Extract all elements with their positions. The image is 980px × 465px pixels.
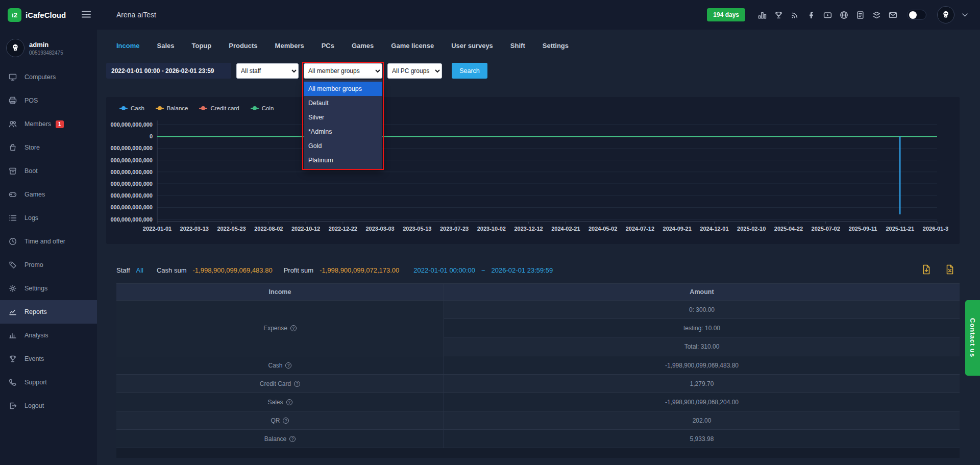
menu-toggle-icon[interactable] bbox=[82, 10, 91, 18]
sidebar-item-games[interactable]: Games bbox=[0, 183, 97, 206]
member-group-option-gold[interactable]: Gold bbox=[304, 139, 382, 153]
sidebar-item-logout[interactable]: Logout bbox=[0, 394, 97, 418]
member-group-option-platinum[interactable]: Platinum bbox=[304, 153, 382, 167]
expense-amount-row: testing: 10.00 bbox=[444, 319, 960, 337]
tab-games[interactable]: Games bbox=[352, 42, 374, 50]
user-name: admin bbox=[29, 41, 63, 48]
filter-bar: All staff All member groups All member g… bbox=[106, 63, 960, 79]
tab-settings[interactable]: Settings bbox=[543, 42, 569, 50]
svg-text:000,000,000,000: 000,000,000,000 bbox=[110, 181, 153, 187]
chevron-down-icon[interactable] bbox=[962, 13, 968, 17]
sidebar-user[interactable]: admin 005193482475 bbox=[0, 35, 97, 65]
tab-pcs[interactable]: PCs bbox=[322, 42, 334, 50]
sidebar-item-store[interactable]: Store bbox=[0, 136, 97, 159]
amount-cell: 202.00 bbox=[444, 411, 960, 429]
legend-marker bbox=[251, 108, 259, 109]
sidebar-item-label: Support bbox=[24, 379, 47, 386]
sidebar-item-analysis[interactable]: Analysis bbox=[0, 324, 97, 347]
legend-item-coin[interactable]: Coin bbox=[251, 105, 274, 111]
tab-shift[interactable]: Shift bbox=[510, 42, 525, 50]
tab-game-license[interactable]: Game license bbox=[391, 42, 434, 50]
trophy-icon[interactable] bbox=[774, 11, 783, 19]
info-icon[interactable]: ? bbox=[286, 399, 292, 405]
pc-groups-select[interactable]: All PC groups bbox=[387, 63, 442, 79]
svg-text:2025-11-21: 2025-11-21 bbox=[886, 226, 914, 232]
sidebar-item-computers[interactable]: Computers bbox=[0, 65, 97, 89]
store-icon bbox=[9, 143, 18, 152]
svg-text:2026-01-31: 2026-01-31 bbox=[923, 226, 948, 232]
svg-text:2025-07-02: 2025-07-02 bbox=[812, 226, 840, 232]
sidebar-item-support[interactable]: Support bbox=[0, 371, 97, 394]
license-days-badge[interactable]: 194 days bbox=[707, 8, 745, 21]
sidebar-item-members[interactable]: Members1 bbox=[0, 112, 97, 136]
staff-select[interactable]: All staff bbox=[236, 63, 299, 79]
mail-icon[interactable] bbox=[889, 11, 897, 19]
tab-sales[interactable]: Sales bbox=[157, 42, 175, 50]
search-button[interactable]: Search bbox=[452, 63, 487, 79]
theme-toggle[interactable] bbox=[907, 10, 926, 20]
computers-icon bbox=[9, 73, 18, 81]
app-logo-icon[interactable]: i2 bbox=[8, 8, 21, 22]
cash-sum-label: Cash sum bbox=[157, 266, 187, 274]
svg-text:2022-01-01: 2022-01-01 bbox=[143, 226, 172, 232]
member-group-option-admins[interactable]: *Admins bbox=[304, 125, 382, 139]
expense-label-cell: Expense? bbox=[116, 301, 444, 356]
svg-text:2023-10-02: 2023-10-02 bbox=[477, 226, 506, 232]
table-header-amount: Amount bbox=[444, 284, 960, 300]
svg-text:2022-12-22: 2022-12-22 bbox=[329, 226, 357, 232]
svg-text:2022-05-23: 2022-05-23 bbox=[217, 226, 246, 232]
sidebar-item-reports[interactable]: Reports bbox=[0, 300, 97, 324]
table-header-row: Income Amount bbox=[116, 283, 960, 301]
topbar-actions: 194 days bbox=[707, 6, 980, 23]
tab-user-surveys[interactable]: User surveys bbox=[451, 42, 493, 50]
staff-value[interactable]: All bbox=[136, 266, 143, 274]
export-pdf-icon[interactable] bbox=[922, 264, 931, 275]
info-icon[interactable]: ? bbox=[283, 418, 289, 424]
legend-item-credit-card[interactable]: Credit card bbox=[199, 105, 239, 111]
member-group-option-silver[interactable]: Silver bbox=[304, 110, 382, 125]
contact-us-tab[interactable]: Contact us bbox=[965, 300, 980, 376]
export-excel-icon[interactable] bbox=[945, 264, 954, 275]
user-id: 005193482475 bbox=[29, 50, 63, 56]
legend-item-balance[interactable]: Balance bbox=[156, 105, 188, 111]
legend-item-cash[interactable]: Cash bbox=[119, 105, 144, 111]
svg-text:2024-09-21: 2024-09-21 bbox=[663, 226, 692, 232]
ranking-icon[interactable] bbox=[758, 11, 767, 19]
tab-income[interactable]: Income bbox=[116, 42, 140, 50]
globe-icon[interactable] bbox=[840, 11, 848, 19]
info-icon[interactable]: ? bbox=[290, 325, 297, 331]
date-range-input[interactable] bbox=[106, 63, 231, 79]
sidebar-item-logs[interactable]: Logs bbox=[0, 206, 97, 230]
tab-members[interactable]: Members bbox=[275, 42, 304, 50]
sidebar-item-boot[interactable]: Boot bbox=[0, 159, 97, 183]
facebook-icon[interactable] bbox=[807, 11, 816, 19]
tab-topup[interactable]: Topup bbox=[192, 42, 212, 50]
sidebar-item-events[interactable]: Events bbox=[0, 347, 97, 371]
info-icon[interactable]: ? bbox=[289, 436, 296, 442]
support-icon bbox=[9, 378, 18, 386]
layers-icon[interactable] bbox=[872, 11, 881, 19]
sidebar-item-pos[interactable]: POS bbox=[0, 89, 97, 112]
member-group-option-default[interactable]: Default bbox=[304, 96, 382, 110]
rss-icon[interactable] bbox=[791, 11, 799, 19]
tab-products[interactable]: Products bbox=[229, 42, 257, 50]
member-groups-wrap: All member groups All member groupsDefau… bbox=[304, 63, 382, 79]
member-groups-select[interactable]: All member groups bbox=[304, 63, 382, 79]
svg-text:2022-03-13: 2022-03-13 bbox=[180, 226, 209, 232]
sidebar-item-label: Promo bbox=[24, 261, 43, 268]
info-icon[interactable]: ? bbox=[285, 362, 291, 369]
sidebar-item-time-and-offer[interactable]: Time and offer bbox=[0, 230, 97, 253]
user-avatar[interactable] bbox=[937, 6, 954, 23]
analysis-icon bbox=[9, 331, 18, 339]
youtube-icon[interactable] bbox=[823, 11, 832, 19]
member-group-option-all-member-groups[interactable]: All member groups bbox=[304, 82, 382, 96]
document-icon[interactable] bbox=[856, 11, 865, 19]
amount-cell: -1,998,900,099,069,483.80 bbox=[444, 356, 960, 374]
income-table: Income Amount Expense?0: 300.00testing: … bbox=[116, 283, 960, 448]
sidebar-item-settings[interactable]: Settings bbox=[0, 277, 97, 300]
sidebar-item-promo[interactable]: Promo bbox=[0, 253, 97, 277]
table-row-credit-card: Credit Card?1,279.70 bbox=[116, 375, 960, 393]
svg-text:2023-07-23: 2023-07-23 bbox=[440, 226, 469, 232]
sidebar-item-label: Time and offer bbox=[24, 238, 65, 245]
info-icon[interactable]: ? bbox=[294, 381, 300, 387]
